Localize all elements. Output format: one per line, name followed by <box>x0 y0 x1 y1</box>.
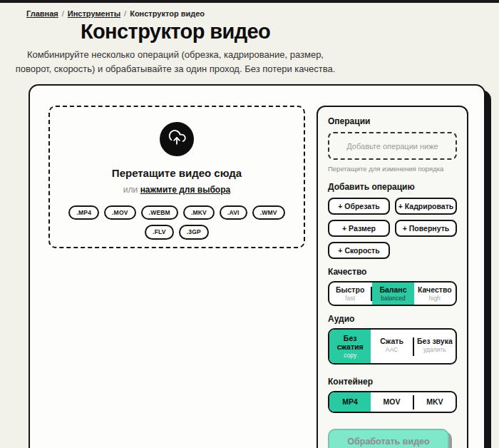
operations-dropzone[interactable]: Добавьте операции ниже <box>328 132 457 160</box>
quality-option-sublabel: high <box>415 295 455 302</box>
audio-option-label: Сжать <box>371 337 411 345</box>
add-rotate-button[interactable]: + Повернуть <box>395 220 457 237</box>
audio-heading: Аудио <box>328 314 457 324</box>
add-operation-heading: Добавить операцию <box>328 182 457 192</box>
upload-circle <box>160 122 194 156</box>
format-pill-wmv: .WMV <box>252 205 285 220</box>
settings-panel: Операции Добавьте операции ниже Перетащи… <box>317 106 468 448</box>
add-speed-button[interactable]: + Скорость <box>328 242 390 259</box>
container-option-mov[interactable]: MOV <box>371 392 412 411</box>
page-subtitle: Комбинируйте несколько операций (обрезка… <box>15 48 336 76</box>
operations-placeholder: Добавьте операции ниже <box>346 142 438 151</box>
audio-option-copy[interactable]: Без сжатия copy <box>329 330 371 363</box>
top-border-bar <box>0 0 499 3</box>
format-pill-mkv: .MKV <box>183 205 215 220</box>
format-pill-3gp: .3GP <box>179 225 209 239</box>
or-text: или <box>123 185 138 195</box>
container-segmented-control: MP4 MOV MKV <box>328 391 457 412</box>
cloud-upload-icon <box>168 128 186 150</box>
breadcrumb-current: Конструктор видео <box>130 9 205 18</box>
quality-option-label: Качество <box>415 285 455 294</box>
breadcrumb-link-tools[interactable]: Инструменты <box>68 9 120 18</box>
dropzone-title: Перетащите видео сюда <box>112 167 242 179</box>
audio-option-sublabel: удалить <box>415 346 455 353</box>
container-option-label: MKV <box>415 397 455 406</box>
page-header: Конструктор видео Комбинируйте несколько… <box>0 20 351 76</box>
supported-formats-list: .MP4 .MOV .WEBM .MKV .AVI .WMV .FLV .3GP <box>57 205 297 239</box>
audio-option-sublabel: AAC <box>371 346 411 353</box>
quality-option-sublabel: balanced <box>373 295 413 302</box>
add-trim-button[interactable]: + Обрезать <box>328 198 390 215</box>
format-pill-avi: .AVI <box>220 205 247 220</box>
page-title: Конструктор видео <box>0 20 351 44</box>
add-operation-buttons: + Обрезать + Кадрировать + Размер + Пове… <box>328 198 457 259</box>
quality-option-label: Быстро <box>330 285 370 294</box>
container-option-label: MOV <box>371 397 411 406</box>
audio-option-sublabel: copy <box>330 352 370 359</box>
audio-option-mute[interactable]: Без звука удалить <box>414 330 456 363</box>
breadcrumb-link-home[interactable]: Главная <box>26 9 58 18</box>
format-pill-mp4: .MP4 <box>68 205 99 220</box>
dropzone-subtitle: или нажмите для выбора <box>123 185 230 195</box>
breadcrumb-separator: / <box>62 9 64 18</box>
operations-heading: Операции <box>328 116 457 126</box>
format-pill-flv: .FLV <box>145 225 174 239</box>
format-pill-webm: .WEBM <box>141 205 178 220</box>
browse-files-link[interactable]: нажмите для выбора <box>140 185 231 195</box>
main-card: Перетащите видео сюда или нажмите для вы… <box>29 84 485 448</box>
breadcrumb-separator: / <box>124 9 126 18</box>
audio-option-label: Без звука <box>415 337 455 345</box>
add-crop-button[interactable]: + Кадрировать <box>395 198 457 215</box>
quality-segmented-control: Быстро fast Баланс balanced Качество hig… <box>328 281 457 306</box>
quality-option-balanced[interactable]: Баланс balanced <box>372 282 413 305</box>
audio-segmented-control: Без сжатия copy Сжать AAC Без звука удал… <box>328 328 457 365</box>
quality-option-label: Баланс <box>373 285 413 294</box>
audio-option-label: Без сжатия <box>334 334 366 351</box>
video-dropzone[interactable]: Перетащите видео сюда или нажмите для вы… <box>48 106 305 248</box>
quality-heading: Качество <box>328 267 457 277</box>
operations-hint: Перетащите для изменения порядка <box>328 165 457 173</box>
audio-option-compress[interactable]: Сжать AAC <box>371 330 412 363</box>
add-resize-button[interactable]: + Размер <box>328 220 390 237</box>
container-option-label: MP4 <box>330 397 370 406</box>
breadcrumb: Главная/Инструменты/Конструктор видео <box>26 9 499 18</box>
container-option-mp4[interactable]: MP4 <box>329 392 371 411</box>
quality-option-fast[interactable]: Быстро fast <box>329 282 371 305</box>
container-option-mkv[interactable]: MKV <box>414 392 456 411</box>
container-heading: Контейнер <box>328 377 457 387</box>
format-pill-mov: .MOV <box>104 205 136 220</box>
quality-option-high[interactable]: Качество high <box>414 282 456 305</box>
quality-option-sublabel: fast <box>330 295 370 302</box>
process-video-button[interactable]: Обработать видео <box>328 429 449 448</box>
